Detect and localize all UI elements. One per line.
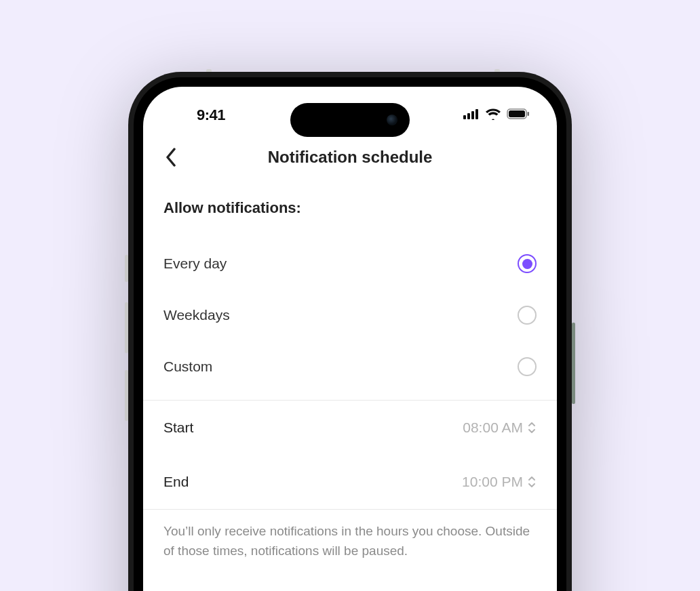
- end-time-value: 10:00 PM: [462, 474, 523, 490]
- section-label: Allow notifications:: [163, 199, 537, 217]
- option-every-day[interactable]: Every day: [163, 243, 537, 285]
- screen: 9:41: [143, 87, 557, 591]
- start-time-value: 08:00 AM: [463, 420, 523, 436]
- cellular-icon: [463, 108, 480, 122]
- start-time-row[interactable]: Start 08:00 AM: [163, 401, 537, 455]
- stepper-icon: [527, 475, 537, 489]
- camera-icon: [387, 115, 397, 125]
- status-time: 9:41: [170, 106, 252, 124]
- radio-unselected-icon: [518, 306, 537, 325]
- option-label: Custom: [163, 359, 212, 375]
- page-title: Notification schedule: [159, 148, 541, 167]
- svg-rect-1: [467, 113, 470, 119]
- chevron-left-icon: [165, 148, 177, 167]
- side-button-power: [572, 323, 575, 404]
- footer-description: You’ll only receive notifications in the…: [163, 510, 537, 561]
- svg-rect-3: [475, 109, 478, 119]
- option-label: Weekdays: [163, 307, 230, 323]
- option-label: Every day: [163, 256, 227, 272]
- end-label: End: [163, 474, 189, 490]
- option-weekdays[interactable]: Weekdays: [163, 294, 537, 336]
- phone-frame: 9:41: [128, 72, 572, 591]
- wifi-icon: [485, 108, 501, 123]
- end-time-row[interactable]: End 10:00 PM: [163, 455, 537, 509]
- battery-icon: [507, 108, 530, 122]
- svg-rect-2: [471, 111, 474, 119]
- radio-selected-icon: [518, 254, 537, 273]
- radio-unselected-icon: [518, 357, 537, 376]
- svg-rect-0: [463, 115, 466, 119]
- start-label: Start: [163, 420, 193, 436]
- svg-rect-6: [528, 112, 530, 116]
- nav-header: Notification schedule: [143, 136, 557, 179]
- dynamic-island: [290, 103, 410, 137]
- option-custom[interactable]: Custom: [163, 346, 537, 388]
- back-button[interactable]: [159, 146, 182, 169]
- svg-rect-5: [509, 110, 525, 117]
- stepper-icon: [527, 421, 537, 434]
